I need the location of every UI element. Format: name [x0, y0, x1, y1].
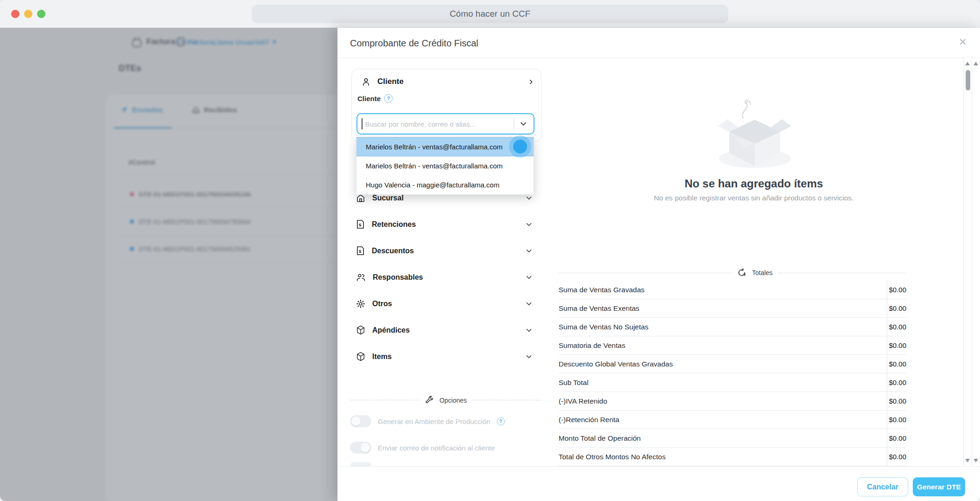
client-field-label-row: Cliente ? [352, 91, 541, 106]
scroll-down-arrow-icon[interactable] [974, 459, 978, 462]
scroll-up-arrow-icon[interactable] [965, 62, 970, 65]
totals-label: Total de Otros Montos No Afectos [559, 453, 666, 461]
section-otros[interactable]: Otros [353, 290, 541, 317]
totals-label: (-)Retención Renta [559, 416, 619, 424]
client-dropdown: Marielos Beltrán - ventas@facturallama.c… [356, 137, 534, 195]
totals-row: Sub Total$0.00 [559, 373, 906, 392]
click-indicator-dot [513, 140, 527, 154]
close-window-button[interactable] [11, 10, 19, 18]
help-icon[interactable]: ? [384, 94, 393, 103]
refresh-dollar-icon: $ [737, 268, 746, 277]
totals-label: Sumatoria de Ventas [559, 341, 625, 350]
cube-icon [356, 352, 365, 361]
chevron-down-icon [525, 273, 533, 282]
scrollbar-thumb[interactable] [966, 70, 970, 90]
totals-label: Monto Total de Operación [559, 434, 641, 443]
divider-line [472, 400, 542, 400]
options-divider: Opciones [350, 396, 542, 405]
chevron-down-icon [525, 194, 533, 202]
modal-header-divider [337, 58, 980, 58]
toggle-row-email: Enviar correo de notificación al cliente [350, 438, 495, 457]
section-label: Otros [372, 300, 392, 308]
totals-divider-label: Totales [752, 269, 772, 276]
modal-footer: Cancelar Generar DTE [337, 466, 980, 501]
chevron-down-icon[interactable] [519, 119, 528, 128]
totals-row: Suma de Ventas Exentas$0.00 [559, 299, 906, 318]
totals-label: Suma de Ventas Exentas [559, 304, 639, 313]
section-items[interactable]: Items [353, 343, 541, 370]
totals-value: $0.00 [880, 416, 906, 424]
section-label: Responsables [373, 273, 423, 282]
totals-value: $0.00 [880, 397, 906, 405]
window-title: Cómo hacer un CCF [252, 5, 728, 23]
totals-value: $0.00 [880, 323, 906, 331]
totals-row: Monto Total de Operación$0.00 [559, 429, 906, 448]
help-icon[interactable]: ? [497, 418, 505, 425]
scroll-up-arrow-icon[interactable] [974, 62, 978, 65]
scroll-down-arrow-icon[interactable] [965, 459, 970, 462]
chevron-down-icon [525, 247, 533, 255]
client-section-title: Cliente [377, 77, 404, 86]
totals-label: Sub Total [559, 379, 588, 387]
client-search-input[interactable] [363, 120, 514, 128]
totals-label: Suma de Ventas No Sujetas [559, 323, 649, 331]
totals-row: Suma de Ventas Gravadas$0.00 [559, 281, 906, 299]
cube-icon [356, 325, 365, 335]
totals-row: Descuento Global Ventas Gravadas$0.00 [559, 355, 906, 373]
doc-dollar-icon: $ [356, 246, 365, 256]
outer-scrollbar[interactable] [972, 58, 980, 466]
toggle-label: Generar en Ambiente de Producción [378, 418, 490, 425]
chevron-right-icon: › [529, 77, 533, 87]
traffic-lights [11, 10, 45, 18]
totals-table: Suma de Ventas Gravadas$0.00 Suma de Ven… [559, 281, 906, 466]
section-label: Apéndices [372, 326, 410, 334]
client-field-label: Cliente [357, 95, 381, 103]
toggle-row-production: Generar en Ambiente de Producción ? [350, 412, 505, 430]
partial-toggle [350, 462, 371, 466]
totals-value: $0.00 [880, 434, 906, 442]
wrench-icon [425, 396, 434, 405]
generate-dte-button[interactable]: Generar DTE [913, 477, 965, 496]
section-responsables[interactable]: Responsables [353, 264, 541, 290]
section-label: Items [372, 353, 392, 361]
dropdown-option[interactable]: Hugo Valencia - maggie@facturallama.com [356, 175, 534, 194]
toggle-knob [351, 417, 361, 426]
zoom-window-button[interactable] [37, 10, 45, 18]
gear-icon [356, 299, 365, 308]
totals-divider: $ Totales [559, 268, 906, 277]
totals-value: $0.00 [880, 286, 906, 294]
window-titlebar: Cómo hacer un CCF [0, 0, 980, 28]
section-apendices[interactable]: Apéndices [353, 317, 541, 343]
client-search-box [356, 113, 535, 135]
dropdown-option[interactable]: Marielos Beltrán - ventas@facturallama.c… [356, 156, 534, 175]
production-toggle[interactable] [350, 415, 371, 427]
totals-row: Suma de Ventas No Sujetas$0.00 [559, 318, 906, 336]
divider-line [778, 273, 906, 273]
chevron-down-icon [525, 220, 533, 229]
modal-title: Comprobante de Crédito Fiscal [350, 38, 478, 49]
input-divider [514, 118, 514, 130]
section-label: Descuentos [372, 247, 414, 255]
minimize-window-button[interactable] [24, 10, 32, 18]
svg-text:$: $ [744, 272, 746, 276]
client-section-header[interactable]: Cliente › [352, 69, 541, 91]
totals-value: $0.00 [880, 453, 906, 461]
inner-scrollbar[interactable] [963, 58, 972, 466]
totals-value: $0.00 [880, 360, 906, 368]
section-descuentos[interactable]: $ Descuentos [353, 238, 541, 264]
totals-value: $0.00 [880, 341, 906, 349]
close-icon[interactable]: ✕ [959, 37, 967, 47]
dropdown-option-selected[interactable]: Marielos Beltrán - ventas@facturallama.c… [356, 137, 534, 156]
totals-row: Sumatoria de Ventas$0.00 [559, 336, 906, 355]
divider-line [350, 400, 420, 400]
section-retenciones[interactable]: $ Retenciones [353, 211, 541, 238]
empty-state-title: No se han agregado ítems [615, 177, 893, 190]
cancel-button[interactable]: Cancelar [857, 477, 908, 496]
toggle-knob [361, 443, 370, 452]
divider-line [559, 273, 732, 273]
email-notification-toggle[interactable] [350, 442, 371, 454]
totals-label: Suma de Ventas Gravadas [559, 286, 644, 294]
ccf-modal: Comprobante de Crédito Fiscal ✕ Cliente … [337, 28, 980, 501]
svg-text:$: $ [359, 249, 362, 254]
section-label: Sucursal [372, 194, 404, 202]
